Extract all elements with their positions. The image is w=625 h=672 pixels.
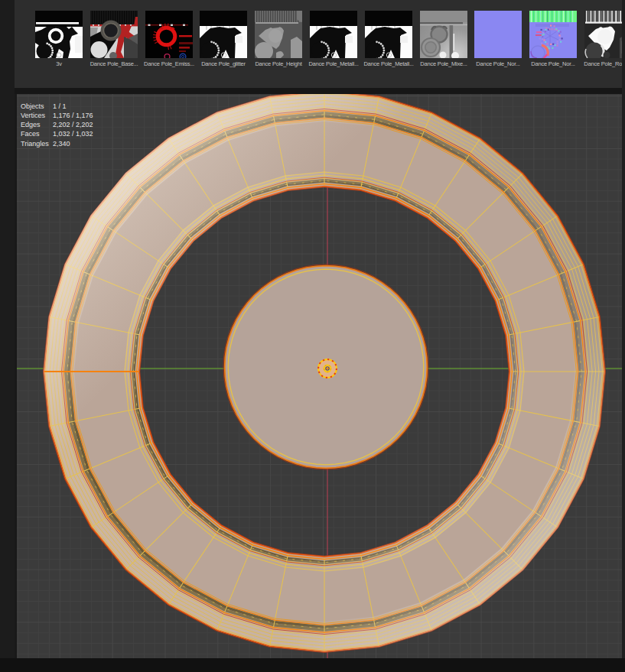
svg-text:Vertices: Vertices <box>21 112 46 119</box>
svg-text:1,032 / 1,032: 1,032 / 1,032 <box>53 130 93 138</box>
svg-text:2,202 / 2,202: 2,202 / 2,202 <box>53 121 93 128</box>
svg-text:1 / 1: 1 / 1 <box>53 102 67 110</box>
svg-text:1,176 / 1,176: 1,176 / 1,176 <box>53 112 93 119</box>
svg-text:2,340: 2,340 <box>53 140 70 148</box>
svg-text:Triangles: Triangles <box>21 140 49 148</box>
svg-text:Objects: Objects <box>21 102 44 110</box>
svg-text:Faces: Faces <box>21 130 40 138</box>
svg-text:Edges: Edges <box>21 121 41 128</box>
